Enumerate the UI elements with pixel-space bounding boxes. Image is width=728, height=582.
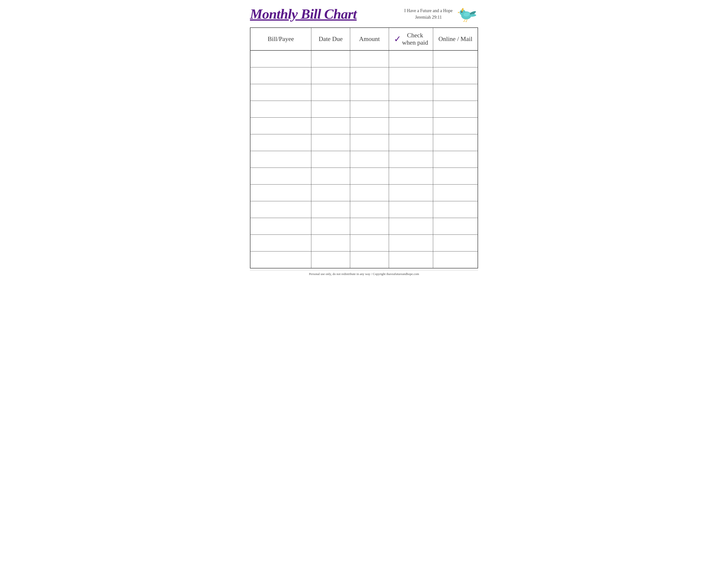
cell-date-due (311, 67, 350, 84)
cell-date-due (311, 84, 350, 101)
table-row (251, 51, 477, 67)
cell-online-mail (433, 134, 477, 151)
page-title: Monthly Bill Chart (250, 6, 357, 22)
cell-date-due (311, 251, 350, 268)
cell-amount (350, 251, 389, 268)
cell-check (389, 218, 434, 234)
cell-date-due (311, 218, 350, 234)
cell-online-mail (433, 168, 477, 184)
svg-point-4 (461, 11, 462, 12)
cell-check (389, 251, 434, 268)
cell-date-due (311, 185, 350, 201)
svg-marker-2 (458, 12, 460, 13)
cell-check (389, 201, 434, 218)
cell-check (389, 185, 434, 201)
cell-amount (350, 218, 389, 234)
cell-amount (350, 101, 389, 117)
cell-bill-payee (251, 67, 311, 84)
cell-online-mail (433, 84, 477, 101)
col-bill-payee: Bill/Payee (251, 28, 311, 50)
cell-amount (350, 84, 389, 101)
table-row (251, 118, 477, 134)
table-row (251, 201, 477, 218)
cell-date-due (311, 151, 350, 168)
cell-check (389, 51, 434, 67)
col-check-when-paid: ✓ Check when paid (389, 28, 434, 50)
bird-icon (456, 5, 478, 23)
table-row (251, 185, 477, 201)
cell-date-due (311, 134, 350, 151)
cell-check (389, 101, 434, 117)
cell-check (389, 134, 434, 151)
svg-line-10 (466, 19, 467, 21)
table-row (251, 84, 477, 101)
cell-amount (350, 151, 389, 168)
cell-bill-payee (251, 218, 311, 234)
cell-bill-payee (251, 118, 311, 134)
cell-online-mail (433, 151, 477, 168)
table-row (251, 151, 477, 168)
scripture-text: I Have a Future and a Hope Jeremiah 29:1… (404, 7, 452, 21)
cell-amount (350, 185, 389, 201)
col-amount: Amount (350, 28, 389, 50)
col-date-due: Date Due (311, 28, 350, 50)
table-row (251, 101, 477, 118)
cell-online-mail (433, 218, 477, 234)
header-right: I Have a Future and a Hope Jeremiah 29:1… (404, 5, 478, 23)
cell-bill-payee (251, 101, 311, 117)
cell-amount (350, 51, 389, 67)
cell-online-mail (433, 251, 477, 268)
cell-bill-payee (251, 185, 311, 201)
cell-online-mail (433, 201, 477, 218)
cell-amount (350, 67, 389, 84)
footer-text: Personal use only, do not redistribute i… (250, 270, 478, 276)
cell-date-due (311, 118, 350, 134)
cell-check (389, 67, 434, 84)
cell-date-due (311, 168, 350, 184)
cell-online-mail (433, 101, 477, 117)
cell-amount (350, 168, 389, 184)
cell-online-mail (433, 118, 477, 134)
table-header: Bill/Payee Date Due Amount ✓ Check when … (251, 28, 477, 51)
table-row (251, 134, 477, 151)
cell-bill-payee (251, 134, 311, 151)
cell-check (389, 168, 434, 184)
cell-online-mail (433, 185, 477, 201)
col-online-mail: Online / Mail (433, 28, 477, 50)
cell-amount (350, 118, 389, 134)
cell-bill-payee (251, 151, 311, 168)
page-header: Monthly Bill Chart I Have a Future and a… (250, 5, 478, 25)
cell-bill-payee (251, 51, 311, 67)
cell-amount (350, 201, 389, 218)
cell-bill-payee (251, 251, 311, 268)
cell-bill-payee (251, 201, 311, 218)
bill-chart-table: Bill/Payee Date Due Amount ✓ Check when … (250, 27, 478, 269)
table-row (251, 67, 477, 84)
cell-check (389, 118, 434, 134)
table-row (251, 168, 477, 185)
cell-check (389, 151, 434, 168)
cell-check (389, 235, 434, 251)
table-row (251, 251, 477, 268)
cell-bill-payee (251, 168, 311, 184)
cell-check (389, 84, 434, 101)
cell-date-due (311, 201, 350, 218)
cell-bill-payee (251, 235, 311, 251)
cell-online-mail (433, 51, 477, 67)
cell-date-due (311, 51, 350, 67)
cell-online-mail (433, 67, 477, 84)
cell-date-due (311, 235, 350, 251)
svg-line-9 (464, 19, 465, 21)
cell-amount (350, 235, 389, 251)
checkmark-icon: ✓ (394, 34, 401, 44)
table-row (251, 218, 477, 235)
table-row (251, 235, 477, 251)
cell-amount (350, 134, 389, 151)
cell-date-due (311, 101, 350, 117)
cell-online-mail (433, 235, 477, 251)
cell-bill-payee (251, 84, 311, 101)
